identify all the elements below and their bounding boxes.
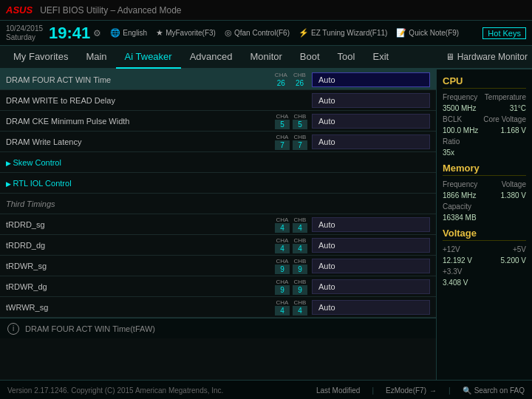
ez-mode-label: EzMode(F7) xyxy=(386,386,426,395)
row-label: tRDWR_dg xyxy=(6,282,275,291)
table-row[interactable]: DRAM WRITE to READ Delay Auto xyxy=(0,90,436,111)
temperature-label: Temperature xyxy=(485,93,526,101)
row-label: tWRWR_sg xyxy=(6,303,275,312)
ez-mode-icon: → xyxy=(429,386,437,395)
quick-note-button[interactable]: 📝 Quick Note(F9) xyxy=(396,28,459,38)
nav-item-my-favorites[interactable]: My Favorites xyxy=(4,45,77,69)
table-row[interactable]: tRDWR_dg CHA 9 CHB 9 Auto xyxy=(0,276,436,297)
nav-item-advanced[interactable]: Advanced xyxy=(181,45,242,69)
nav-item-exit[interactable]: Exit xyxy=(364,45,398,69)
mem-voltage-value: 1.380 V xyxy=(501,191,526,200)
cha-box: CHA 5 xyxy=(275,113,290,129)
table-row[interactable]: RTL IOL Control xyxy=(0,173,436,194)
search-faq-button[interactable]: 🔍 Search on FAQ xyxy=(463,386,525,395)
hw-monitor-label: Hardware Monitor xyxy=(457,52,528,62)
core-voltage-label: Core Voltage xyxy=(483,115,526,123)
qfan-button[interactable]: ◎ Qfan Control(F6) xyxy=(225,28,290,38)
row-label: DRAM WRITE to READ Delay xyxy=(6,96,312,105)
chb-box: CHB 4 xyxy=(293,216,307,233)
language-label: English xyxy=(123,29,147,37)
memory-section-title: Memory xyxy=(443,163,526,176)
value-dropdown[interactable]: Auto xyxy=(312,72,430,87)
footer: Version 2.17.1246. Copyright (C) 2015 Am… xyxy=(0,380,532,399)
hw-row: +3.3V xyxy=(443,267,526,276)
chb-box: CHB 4 xyxy=(293,299,307,316)
row-label: DRAM Write Latency xyxy=(6,137,275,146)
hw-row: +12V +5V xyxy=(443,245,526,253)
5v-value: 5.200 V xyxy=(501,256,526,265)
frequency-label: Frequency xyxy=(443,93,477,101)
clock: 19:41 xyxy=(49,24,90,43)
ratio-label: Ratio xyxy=(443,137,460,146)
my-favorite-label: MyFavorite(F3) xyxy=(166,29,216,37)
table-row[interactable]: tRDWR_sg CHA 9 CHB 9 Auto xyxy=(0,256,436,276)
footer-right: Last Modified | EzMode(F7) → | 🔍 Search … xyxy=(316,386,525,395)
chb-box: CHB 5 xyxy=(293,113,307,129)
value-dropdown[interactable]: Auto xyxy=(312,93,430,108)
hw-row: BCLK Core Voltage xyxy=(443,115,526,123)
table-row[interactable]: DRAM CKE Minimum Pulse Width CHA 5 CHB 5… xyxy=(0,111,436,132)
cha-box: CHA 4 xyxy=(275,299,290,316)
nav-item-boot[interactable]: Boot xyxy=(291,45,329,69)
nav-item-ai-tweaker[interactable]: Ai Tweaker xyxy=(116,45,181,69)
hw-row: 12.192 V 5.200 V xyxy=(443,256,526,265)
table-row[interactable]: Skew Control xyxy=(0,152,436,173)
3v3-label: +3.3V xyxy=(443,267,462,276)
value-dropdown[interactable]: Auto xyxy=(312,300,430,315)
date-section: 10/24/2015 Saturday xyxy=(6,24,43,42)
hot-keys-button[interactable]: Hot Keys xyxy=(482,27,526,39)
value-dropdown[interactable]: Auto xyxy=(312,134,430,149)
qfan-label: Qfan Control(F6) xyxy=(234,29,290,37)
chb-box: CHB 9 xyxy=(293,279,307,295)
cha-box: CHA 26 xyxy=(273,72,289,88)
core-voltage-value: 1.168 V xyxy=(501,126,526,134)
hardware-monitor-panel: CPU Frequency Temperature 3500 MHz 31°C … xyxy=(436,69,532,380)
ez-tuning-button[interactable]: ⚡ EZ Tuning Wizard(F11) xyxy=(299,28,387,38)
cpu-temp-value: 31°C xyxy=(510,104,526,112)
my-favorite-button[interactable]: ★ MyFavorite(F3) xyxy=(156,28,216,38)
last-modified-label: Last Modified xyxy=(316,386,360,395)
language-button[interactable]: 🌐 English xyxy=(110,28,147,38)
nav-item-main[interactable]: Main xyxy=(77,45,115,69)
nav-item-tool[interactable]: Tool xyxy=(329,45,364,69)
cha-box: CHA 9 xyxy=(275,279,290,295)
table-row[interactable]: tRDRD_dg CHA 4 CHB 4 Auto xyxy=(0,235,436,256)
table-row[interactable]: DRAM Write Latency CHA 7 CHB 7 Auto xyxy=(0,132,436,152)
search-icon: 🔍 xyxy=(463,386,471,395)
nav-item-monitor[interactable]: Monitor xyxy=(242,45,291,69)
asus-logo: ASUS xyxy=(6,4,33,16)
ez-tuning-icon: ⚡ xyxy=(299,28,309,38)
12v-label: +12V xyxy=(443,245,460,253)
app-title: UEFI BIOS Utility – Advanced Mode xyxy=(40,5,526,16)
row-label: DRAM FOUR ACT WIN Time xyxy=(6,75,273,84)
hardware-monitor-tab[interactable]: 🖥 Hardware Monitor xyxy=(446,52,528,62)
skew-control-label[interactable]: Skew Control xyxy=(6,158,430,167)
value-dropdown[interactable]: Auto xyxy=(312,114,430,129)
last-modified-button[interactable]: Last Modified xyxy=(316,386,360,395)
value-dropdown[interactable]: Auto xyxy=(312,217,430,232)
cha-chb-values: CHA 7 CHB 7 xyxy=(275,134,307,150)
capacity-label: Capacity xyxy=(443,202,471,211)
ez-mode-button[interactable]: EzMode(F7) → xyxy=(386,386,437,395)
table-row[interactable]: DRAM FOUR ACT WIN Time CHA 26 CHB 26 Aut… xyxy=(0,69,436,90)
hw-row: Frequency Temperature xyxy=(443,93,526,101)
favorite-icon: ★ xyxy=(156,28,163,38)
3v3-value: 3.408 V xyxy=(443,279,526,287)
day: Saturday xyxy=(6,33,43,42)
hw-row: 100.0 MHz 1.168 V xyxy=(443,126,526,134)
clock-gear-icon[interactable]: ⚙ xyxy=(93,28,101,38)
value-dropdown[interactable]: Auto xyxy=(312,238,430,253)
hw-row: Frequency Voltage xyxy=(443,180,526,188)
rtl-iol-label[interactable]: RTL IOL Control xyxy=(6,179,430,188)
value-dropdown[interactable]: Auto xyxy=(312,279,430,294)
bclk-label: BCLK xyxy=(443,115,462,123)
ratio-value: 35x xyxy=(443,149,526,157)
table-row[interactable]: tWRWR_sg CHA 4 CHB 4 Auto xyxy=(0,297,436,318)
info-text: DRAM FOUR ACT WIN Time(tFAW) xyxy=(25,324,155,333)
chb-box: CHB 26 xyxy=(292,72,307,88)
third-timings-label: Third Timings xyxy=(6,200,430,208)
table-row[interactable]: tRDRD_sg CHA 4 CHB 4 Auto xyxy=(0,214,436,235)
value-dropdown[interactable]: Auto xyxy=(312,259,430,273)
quick-note-label: Quick Note(F9) xyxy=(409,29,459,37)
time-bar: 10/24/2015 Saturday 19:41 ⚙ 🌐 English ★ … xyxy=(0,21,532,46)
